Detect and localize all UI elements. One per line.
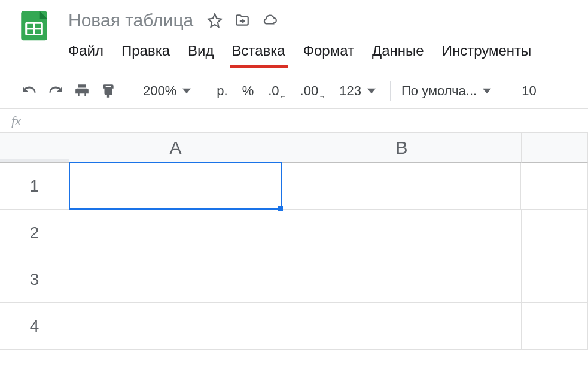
- formula-bar: fx: [0, 109, 588, 133]
- chevron-down-icon: [483, 83, 491, 99]
- row-header-1[interactable]: 1: [0, 163, 69, 210]
- font-size-value[interactable]: 10: [522, 83, 536, 99]
- col-header-B[interactable]: B: [282, 133, 522, 163]
- menu-format[interactable]: Формат: [303, 40, 354, 65]
- cell-C2[interactable]: [522, 210, 588, 256]
- sheets-logo-icon[interactable]: [17, 8, 51, 43]
- zoom-value: 200%: [143, 83, 176, 99]
- cell-A2[interactable]: [69, 210, 282, 256]
- cell-A1[interactable]: [69, 162, 282, 210]
- col-header-A[interactable]: A: [69, 133, 282, 163]
- menu-view[interactable]: Вид: [188, 40, 214, 65]
- cell-A3[interactable]: [69, 256, 282, 303]
- document-title[interactable]: Новая таблица: [68, 10, 193, 31]
- cell-C3[interactable]: [522, 256, 588, 303]
- menu-tools[interactable]: Инструменты: [442, 40, 532, 65]
- cell-B4[interactable]: [282, 303, 522, 350]
- print-icon[interactable]: [72, 81, 92, 101]
- spreadsheet-grid: 1 2 3 4 A B: [0, 133, 588, 351]
- fx-label: fx: [6, 113, 26, 129]
- zoom-select[interactable]: 200%: [143, 83, 191, 99]
- font-family-select[interactable]: По умолча...: [401, 83, 491, 99]
- move-to-folder-icon[interactable]: [234, 12, 251, 29]
- formula-input[interactable]: [34, 109, 588, 132]
- cell-C4[interactable]: [522, 303, 588, 350]
- star-icon[interactable]: [206, 12, 223, 29]
- row-header-4[interactable]: 4: [0, 303, 69, 350]
- font-family-label: По умолча...: [401, 83, 477, 99]
- toolbar: 200% р. % .0← .00→ 123 По умолча... 10: [0, 73, 588, 109]
- cloud-status-icon[interactable]: [261, 12, 278, 29]
- menu-edit[interactable]: Правка: [121, 40, 170, 65]
- select-all-corner[interactable]: [0, 133, 69, 163]
- format-percent[interactable]: %: [242, 83, 254, 99]
- cell-B1[interactable]: [282, 163, 521, 210]
- menu-data[interactable]: Данные: [372, 40, 424, 65]
- undo-icon[interactable]: [19, 81, 39, 101]
- more-formats[interactable]: 123: [339, 83, 376, 99]
- decrease-decimal[interactable]: .0←: [268, 83, 285, 99]
- cell-A4[interactable]: [69, 303, 282, 350]
- chevron-down-icon: [367, 83, 376, 98]
- increase-decimal[interactable]: .00→: [300, 83, 325, 99]
- redo-icon[interactable]: [45, 81, 66, 101]
- chevron-down-icon: [182, 83, 191, 99]
- cell-B3[interactable]: [282, 256, 522, 303]
- cell-B2[interactable]: [282, 210, 522, 256]
- format-currency[interactable]: р.: [217, 83, 227, 99]
- menu-insert[interactable]: Вставка: [232, 40, 285, 65]
- menu-bar: Файл Правка Вид Вставка Формат Данные Ин…: [68, 41, 549, 65]
- row-header-2[interactable]: 2: [0, 210, 69, 256]
- col-header-C[interactable]: [522, 133, 588, 163]
- menu-file[interactable]: Файл: [68, 40, 103, 65]
- row-header-3[interactable]: 3: [0, 256, 69, 303]
- cell-C1[interactable]: [521, 163, 588, 210]
- paint-format-icon[interactable]: [98, 81, 118, 101]
